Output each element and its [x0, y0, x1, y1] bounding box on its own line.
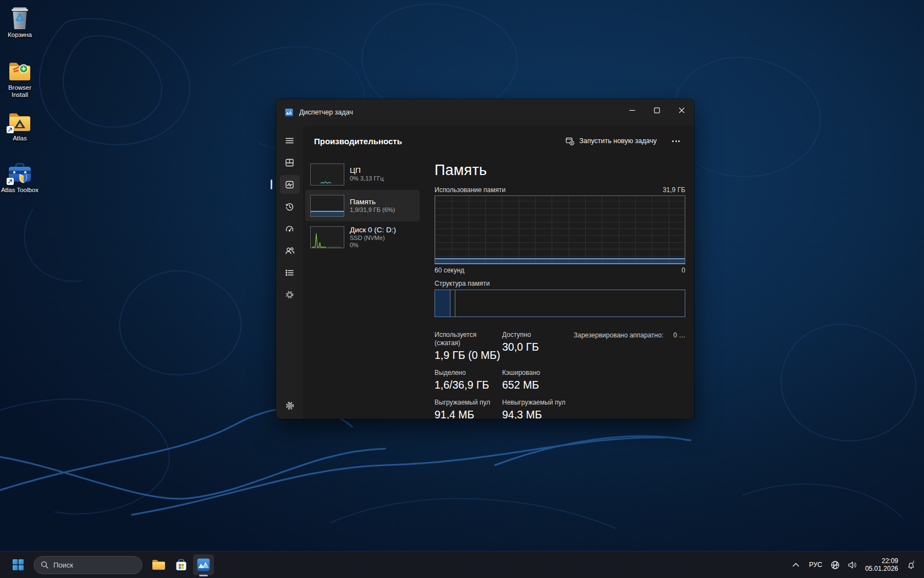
microsoft-store-icon [175, 559, 188, 571]
perf-card-cpu[interactable]: ЦП 0% 3,13 ГГц [305, 159, 420, 190]
time-axis-left: 60 секунд [435, 266, 464, 274]
shortcut-arrow-badge [7, 178, 14, 185]
usage-graph-max: 31,9 ГБ [663, 186, 685, 194]
minimize-button[interactable] [620, 99, 645, 121]
perf-card-title: ЦП [350, 166, 384, 175]
taskbar-task-manager-active[interactable] [193, 554, 214, 575]
desktop-icon-atlas-toolbox[interactable]: Atlas Toolbox [0, 160, 40, 194]
memory-detail-panel: Память Использование памяти 31,9 ГБ 60 с… [435, 159, 685, 419]
memory-stats: Используется (сжатая) 1,9 ГБ (0 МБ) Дост… [435, 331, 685, 419]
stat-label: Используется (сжатая) [435, 331, 502, 347]
performance-list: ЦП 0% 3,13 ГГц Память 1,9/31,9 ГБ (6%) [305, 159, 420, 253]
sidebar-menu-button[interactable] [279, 129, 301, 151]
memory-composition-bar[interactable] [435, 290, 685, 317]
hidden-icons-chevron[interactable] [789, 557, 802, 573]
stat-label: Кэшировано [502, 369, 685, 377]
svg-text:z: z [912, 560, 914, 564]
taskbar-search-box[interactable]: Поиск [34, 556, 142, 574]
selected-item-indicator [271, 179, 272, 189]
run-new-task-icon [565, 137, 574, 145]
perf-card-percent: 0% [350, 242, 396, 249]
memory-usage-area [435, 258, 685, 263]
desktop-icon-browser-install[interactable]: Browser Install [0, 57, 40, 99]
sidebar-item-performance[interactable] [279, 173, 301, 195]
memory-usage-graph [435, 195, 685, 264]
task-manager-window: Диспетчер задач [276, 99, 694, 419]
perf-card-subtitle: 0% 3,13 ГГц [350, 175, 384, 182]
file-explorer-icon [152, 559, 166, 571]
perf-card-title: Память [350, 198, 395, 206]
composition-in-use-segment [435, 290, 450, 317]
language-indicator[interactable]: РУС [806, 561, 825, 569]
task-manager-sidebar [276, 126, 303, 419]
memory-mini-graph [310, 195, 344, 217]
time-axis-right: 0 [681, 266, 685, 274]
composition-modified-segment [450, 290, 455, 317]
toolbox-shield-icon [0, 160, 40, 185]
taskbar: Поиск [0, 551, 924, 578]
sidebar-item-startup-apps[interactable] [279, 217, 301, 239]
tray-time: 22:09 [865, 557, 898, 565]
sidebar-item-services[interactable] [279, 283, 301, 306]
cpu-mini-graph [310, 163, 344, 186]
stat-value: 30,0 ГБ [502, 340, 685, 353]
task-manager-icon [285, 108, 293, 117]
desktop-icon-label: Atlas Toolbox [0, 187, 40, 194]
stat-label: Зарезервировано аппаратно: [574, 331, 663, 339]
perf-card-disk[interactable]: Диск 0 (C: D:) SSD (NVMe) 0% [305, 221, 420, 253]
stat-value: 652 МБ [502, 378, 685, 391]
stat-label: Выделено [435, 369, 502, 377]
stat-value: 94,3 МБ [502, 408, 685, 419]
close-button[interactable] [669, 99, 694, 121]
window-titlebar[interactable]: Диспетчер задач [276, 99, 694, 126]
start-button[interactable] [8, 554, 29, 575]
desktop-icon-label: Atlas [0, 135, 40, 142]
speaker-icon[interactable] [846, 557, 859, 573]
stat-value: 91,4 МБ [435, 408, 502, 419]
search-icon [41, 561, 48, 569]
run-new-task-label: Запустить новую задачу [579, 137, 657, 145]
run-new-task-button[interactable]: Запустить новую задачу [560, 133, 662, 149]
task-manager-icon [197, 558, 210, 571]
perf-card-subtitle: SSD (NVMe) [350, 235, 396, 242]
detail-title: Память [435, 162, 685, 179]
taskbar-microsoft-store[interactable] [170, 554, 191, 575]
sidebar-settings-button[interactable] [279, 395, 301, 417]
sidebar-item-details[interactable] [279, 261, 301, 283]
folder-atlas-icon [0, 108, 40, 133]
sidebar-item-processes[interactable] [279, 151, 301, 173]
stat-value: 1,9 ГБ (0 МБ) [435, 348, 502, 362]
page-title: Производительность [314, 137, 402, 146]
perf-card-subtitle: 1,9/31,9 ГБ (6%) [350, 206, 395, 214]
memory-composition-label: Структура памяти [435, 280, 685, 287]
perf-card-memory[interactable]: Память 1,9/31,9 ГБ (6%) [305, 190, 420, 221]
search-placeholder: Поиск [53, 561, 73, 569]
window-title: Диспетчер задач [299, 108, 353, 116]
desktop-icon-atlas[interactable]: Atlas [0, 108, 40, 142]
stat-label: Невыгружаемый пул [502, 399, 685, 407]
sidebar-item-app-history[interactable] [279, 195, 301, 217]
stat-label: Выгружаемый пул [435, 399, 502, 407]
network-globe-icon[interactable] [829, 557, 842, 573]
taskbar-file-explorer[interactable] [148, 554, 169, 575]
task-manager-content: Производительность Запустить новую задач… [303, 126, 694, 419]
perf-card-title: Диск 0 (C: D:) [350, 226, 396, 235]
stat-value: 0 … [673, 331, 685, 339]
desktop-icon-label: Browser Install [0, 84, 40, 99]
bell-dnd-icon[interactable]: z [904, 557, 917, 573]
more-options-button[interactable] [667, 133, 685, 149]
stat-value: 1,6/36,9 ГБ [435, 378, 502, 391]
usage-graph-label: Использование памяти [435, 186, 505, 194]
desktop-icon-recycle-bin[interactable]: Корзина [0, 4, 40, 39]
windows-start-icon [13, 559, 24, 570]
disk-mini-graph [310, 226, 344, 248]
shortcut-arrow-badge [7, 126, 14, 133]
tray-date: 05.01.2026 [865, 565, 898, 572]
stat-hardware-reserved: Зарезервировано аппаратно: 0 … [574, 331, 685, 339]
sidebar-item-users[interactable] [279, 239, 301, 261]
recycle-bin-icon [0, 4, 40, 30]
folder-download-icon [0, 57, 40, 83]
desktop-icon-label: Корзина [0, 31, 40, 39]
maximize-button[interactable] [645, 99, 669, 121]
tray-clock[interactable]: 22:09 05.01.2026 [863, 557, 900, 572]
